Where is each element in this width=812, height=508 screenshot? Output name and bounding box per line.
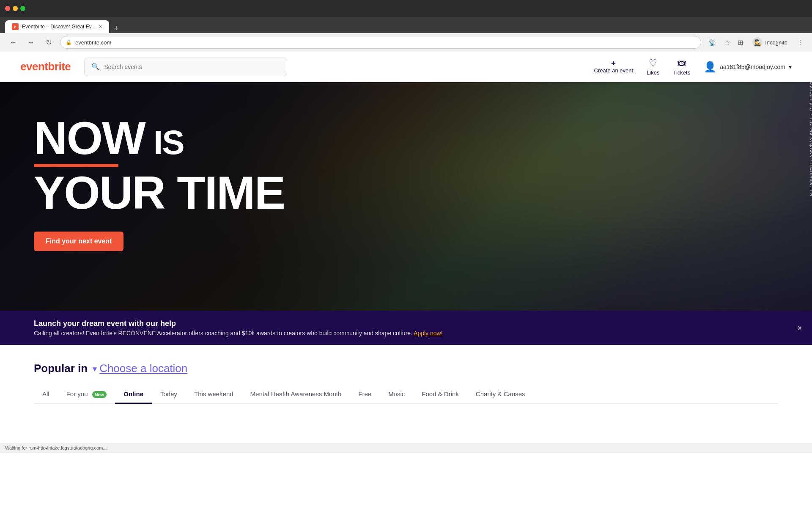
hero-side-text: Country Dance Party / The Marketplace / …	[809, 82, 812, 196]
back-button[interactable]: ←	[7, 36, 19, 49]
extensions-icon[interactable]: ⊞	[736, 37, 745, 48]
hero-content: NOW IS YOUR TIME Find your next event	[0, 82, 812, 276]
browser-nav: ← → ↻ 🔒 eventbrite.com 📡 ☆ ⊞ 🕵 Incognito…	[0, 33, 812, 52]
find-event-button[interactable]: Find your next event	[34, 232, 123, 251]
create-event-label: Create an event	[594, 67, 634, 74]
logo-text: eventbrite	[20, 60, 71, 73]
minimize-window-button[interactable]	[13, 6, 18, 11]
tab-for-you[interactable]: For you New	[58, 385, 115, 404]
tickets-link[interactable]: 🎟 Tickets	[673, 58, 690, 76]
logo[interactable]: eventbrite	[20, 60, 71, 73]
heart-icon: ♡	[649, 58, 657, 69]
incognito-menu[interactable]: 🕵 Incognito	[749, 36, 791, 49]
active-tab[interactable]: e Eventbrite – Discover Great Ev... ×	[5, 20, 109, 33]
dropdown-chevron-icon: ▾	[93, 364, 97, 374]
address-bar[interactable]: 🔒 eventbrite.com	[60, 36, 701, 49]
refresh-button[interactable]: ↻	[42, 36, 55, 49]
tab-food-drink[interactable]: Food & Drink	[413, 385, 467, 404]
tab-for-you-label: For you	[66, 390, 88, 398]
browser-more-button[interactable]: ⋮	[795, 37, 805, 48]
promo-title: Launch your dream event with our help	[34, 319, 778, 328]
window-controls	[5, 6, 25, 11]
new-tab-button[interactable]: +	[111, 24, 122, 33]
promo-banner: Launch your dream event with our help Ca…	[0, 311, 812, 345]
hero-cta: Find your next event	[34, 232, 778, 251]
status-text: Waiting for rum-http-intake.logs.datadog…	[5, 445, 107, 450]
incognito-label: Incognito	[765, 39, 787, 46]
promo-description: Calling all creators! Eventbrite's RECON…	[34, 330, 778, 337]
user-dropdown-icon: ▾	[789, 64, 792, 70]
tab-charity-causes[interactable]: Charity & Causes	[467, 385, 534, 404]
maximize-window-button[interactable]	[20, 6, 25, 11]
header-actions: ✚ Create an event ♡ Likes 🎟 Tickets 👤 aa…	[594, 58, 792, 76]
tab-free[interactable]: Free	[350, 385, 380, 404]
tab-music[interactable]: Music	[380, 385, 413, 404]
forward-button[interactable]: →	[25, 36, 37, 49]
search-bar[interactable]: 🔍	[84, 58, 287, 76]
hero-is-text: IS	[145, 124, 184, 161]
url-text: eventbrite.com	[75, 39, 111, 46]
tab-this-weekend[interactable]: This weekend	[186, 385, 242, 404]
tab-all[interactable]: All	[34, 385, 58, 404]
hero-title: NOW IS YOUR TIME	[34, 116, 778, 215]
create-event-link[interactable]: ✚ Create an event	[594, 60, 634, 74]
popular-in-label: Popular in	[34, 362, 88, 375]
likes-link[interactable]: ♡ Likes	[647, 58, 659, 76]
promo-description-text: Calling all creators! Eventbrite's RECON…	[34, 330, 412, 337]
tab-mental-health[interactable]: Mental Health Awareness Month	[242, 385, 350, 404]
tab-bar: e Eventbrite – Discover Great Ev... × +	[0, 17, 812, 33]
browser-chrome	[0, 0, 812, 17]
plus-icon: ✚	[611, 60, 616, 66]
cast-icon[interactable]: 📡	[706, 37, 718, 48]
promo-apply-link[interactable]: Apply now!	[414, 330, 442, 337]
hero-title-line1: NOW IS	[34, 116, 778, 160]
bookmark-icon[interactable]: ☆	[722, 37, 732, 48]
tab-favicon: e	[12, 23, 19, 30]
app-header: eventbrite 🔍 ✚ Create an event ♡ Likes 🎟…	[0, 52, 812, 82]
close-window-button[interactable]	[5, 6, 10, 11]
new-badge: New	[92, 391, 107, 398]
tab-today[interactable]: Today	[152, 385, 186, 404]
main-content: Popular in ▾ Choose a location All For y…	[0, 345, 812, 443]
ticket-icon: 🎟	[677, 58, 686, 69]
tab-online[interactable]: Online	[115, 385, 152, 404]
user-menu[interactable]: 👤 aa181f85@moodjoy.com ▾	[704, 61, 792, 73]
tickets-label: Tickets	[673, 69, 690, 76]
category-tabs: All For you New Online Today This weeken…	[34, 385, 778, 404]
nav-actions: 📡 ☆ ⊞ 🕵 Incognito ⋮	[706, 36, 805, 49]
search-input[interactable]	[104, 64, 280, 70]
promo-close-button[interactable]: ×	[797, 323, 802, 332]
hero-title-line2: YOUR TIME	[34, 171, 778, 215]
close-tab-button[interactable]: ×	[99, 23, 102, 30]
hero-now-text: NOW	[34, 112, 145, 164]
location-text: Choose a location	[99, 362, 187, 375]
tab-title: Eventbrite – Discover Great Ev...	[22, 24, 96, 30]
status-bar: Waiting for rum-http-intake.logs.datadog…	[0, 443, 812, 453]
user-icon: 👤	[704, 61, 716, 73]
likes-label: Likes	[647, 69, 659, 76]
hero-section: NOW IS YOUR TIME Find your next event Co…	[0, 82, 812, 311]
lock-icon: 🔒	[66, 39, 72, 45]
search-icon: 🔍	[91, 63, 100, 71]
incognito-avatar: 🕵	[752, 37, 763, 47]
popular-header: Popular in ▾ Choose a location	[34, 362, 778, 375]
location-dropdown[interactable]: ▾ Choose a location	[93, 362, 187, 375]
user-email: aa181f85@moodjoy.com	[720, 64, 785, 70]
